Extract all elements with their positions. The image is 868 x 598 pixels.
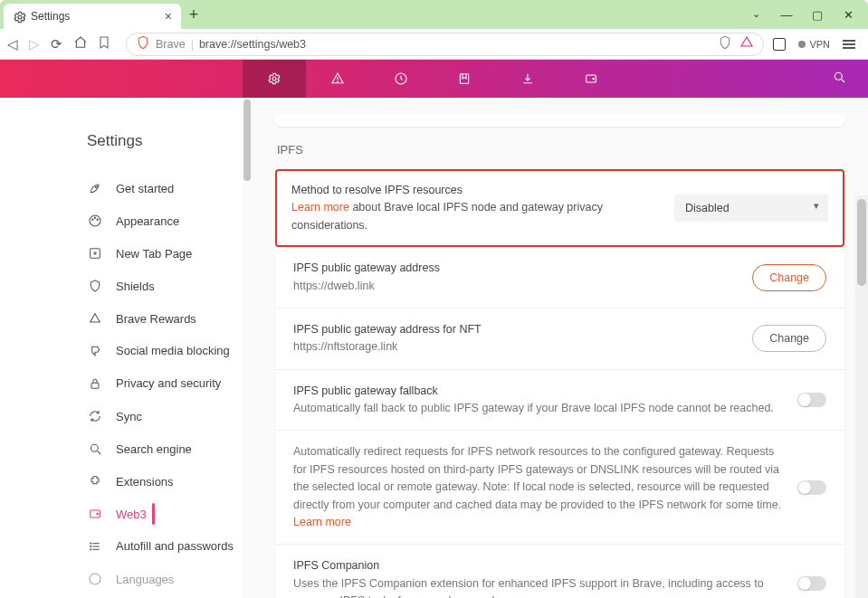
svg-point-12: [92, 219, 93, 220]
svg-point-29: [90, 574, 100, 584]
svg-line-20: [98, 451, 100, 454]
sidebar-item-web3[interactable]: Web3: [87, 498, 243, 530]
svg-point-13: [94, 217, 95, 218]
ipfs-fallback-row: IPFS public gateway fallbackAutomaticall…: [275, 369, 844, 431]
browser-tab[interactable]: Settings ×: [4, 4, 181, 29]
puzzle-icon: [87, 474, 103, 489]
category-tab-downloads[interactable]: [496, 60, 559, 98]
category-tab-bookmarks[interactable]: [433, 60, 496, 98]
svg-point-22: [97, 513, 99, 515]
home-icon[interactable]: [73, 35, 88, 52]
sidebar-item-new-tab[interactable]: New Tab Page: [87, 237, 243, 270]
back-icon[interactable]: ◁: [7, 36, 18, 52]
sidebar-item-appearance[interactable]: Appearance: [87, 204, 243, 237]
ipfs-companion-row: IPFS CompanionUses the IPFS Companion ex…: [275, 544, 844, 598]
sidebar-item-privacy[interactable]: Privacy and security: [87, 367, 243, 400]
sync-icon: [87, 409, 103, 423]
svg-point-28: [91, 549, 91, 550]
sidebar-item-search[interactable]: Search engine: [87, 432, 243, 465]
ipfs-method-select[interactable]: Disabled: [674, 195, 828, 222]
svg-point-10: [95, 186, 97, 188]
search-icon[interactable]: [832, 70, 846, 88]
sidebar-item-rewards[interactable]: Brave Rewards: [87, 302, 243, 335]
url-text: brave://settings/web3: [199, 38, 306, 51]
triangle-icon: [87, 311, 103, 326]
learn-more-link[interactable]: Learn more: [291, 201, 349, 214]
sidebar-item-autofill[interactable]: Autofill and passwords: [87, 530, 243, 563]
tab-title: Settings: [31, 10, 70, 23]
wallet-icon: [87, 507, 103, 521]
reload-icon[interactable]: ⟳: [51, 36, 62, 52]
sidebar-item-languages[interactable]: Languages: [87, 563, 243, 595]
svg-point-0: [18, 15, 22, 19]
shield-icon: [87, 279, 103, 293]
rocket-icon: [87, 181, 103, 195]
learn-more-link-redirect[interactable]: Learn more: [293, 516, 351, 528]
ipfs-gateway-nft-row: IPFS public gateway address for NFThttps…: [275, 308, 844, 369]
plus-square-icon: [87, 246, 103, 261]
settings-main-panel: IPFS Method to resolve IPFS resources Le…: [243, 98, 868, 598]
sidebar-title: Settings: [87, 132, 243, 150]
ipfs-fallback-toggle[interactable]: [797, 393, 826, 407]
change-gateway-nft-button[interactable]: Change: [752, 325, 826, 352]
ipfs-method-title: Method to resolve IPFS resources: [291, 182, 660, 199]
sidebar-toggle-icon[interactable]: [773, 38, 786, 51]
brave-shield-icon: [136, 35, 150, 52]
brave-rewards-icon[interactable]: [739, 35, 754, 52]
close-window-icon[interactable]: ✕: [841, 8, 855, 22]
forward-icon: ▷: [29, 36, 40, 52]
category-tab-general[interactable]: [243, 60, 306, 98]
svg-point-14: [97, 219, 98, 220]
minimize-icon[interactable]: —: [779, 8, 794, 22]
thumbs-down-icon: [87, 344, 103, 358]
svg-point-1: [272, 77, 276, 81]
svg-point-8: [835, 72, 842, 80]
ipfs-redirect-row: Automatically redirect requests for IPFS…: [275, 430, 844, 544]
window-controls: ⌄ — ▢ ✕: [749, 8, 868, 22]
address-bar[interactable]: Brave | brave://settings/web3: [126, 33, 764, 56]
bookmark-icon[interactable]: [97, 35, 111, 53]
lock-icon: [87, 376, 103, 391]
new-tab-button[interactable]: +: [181, 5, 206, 24]
ipfs-method-row: Method to resolve IPFS resources Learn m…: [275, 169, 844, 247]
content-area: Settings Get started Appearance New Tab …: [0, 98, 868, 598]
palette-icon: [87, 214, 103, 228]
shield-status-icon[interactable]: [718, 35, 732, 52]
sidebar-item-get-started[interactable]: Get started: [87, 172, 243, 204]
svg-rect-18: [91, 383, 99, 388]
category-tab-wallet[interactable]: [559, 60, 623, 98]
menu-icon[interactable]: [843, 40, 855, 49]
brave-brand-label: Brave: [156, 38, 186, 51]
svg-rect-5: [460, 74, 468, 84]
vpn-indicator[interactable]: VPN: [798, 39, 830, 50]
page-scrollbar-thumb[interactable]: [857, 199, 866, 286]
nav-controls: ◁ ▷ ⟳: [7, 35, 88, 52]
list-icon: [87, 539, 103, 554]
svg-point-3: [338, 81, 339, 82]
sidebar-item-social[interactable]: Social media blocking: [87, 335, 243, 367]
gear-icon: [13, 10, 25, 23]
close-icon[interactable]: ×: [165, 9, 172, 24]
sidebar-item-extensions[interactable]: Extensions: [87, 465, 243, 498]
svg-point-19: [91, 444, 98, 451]
svg-point-27: [91, 546, 91, 546]
previous-card-edge: [275, 114, 844, 127]
ipfs-section-title: IPFS: [277, 143, 844, 157]
category-tab-shields[interactable]: [306, 60, 369, 98]
svg-point-26: [91, 543, 91, 544]
window-titlebar: Settings × + ⌄ — ▢ ✕: [0, 0, 868, 29]
globe-icon: [87, 572, 103, 586]
change-gateway-button[interactable]: Change: [752, 264, 826, 291]
ipfs-redirect-toggle[interactable]: [797, 480, 826, 495]
svg-point-7: [593, 78, 595, 80]
maximize-icon[interactable]: ▢: [810, 8, 825, 22]
category-tab-history[interactable]: [369, 60, 433, 98]
svg-line-9: [842, 80, 844, 82]
sidebar-item-sync[interactable]: Sync: [87, 400, 243, 432]
magnifier-icon: [87, 441, 103, 456]
sidebar-item-shields[interactable]: Shields: [87, 270, 243, 302]
chevron-down-icon[interactable]: ⌄: [749, 8, 763, 22]
ipfs-companion-toggle[interactable]: [797, 576, 826, 591]
ipfs-gateway-row: IPFS public gateway addresshttps://dweb.…: [275, 247, 844, 308]
settings-sidebar: Settings Get started Appearance New Tab …: [0, 98, 243, 598]
